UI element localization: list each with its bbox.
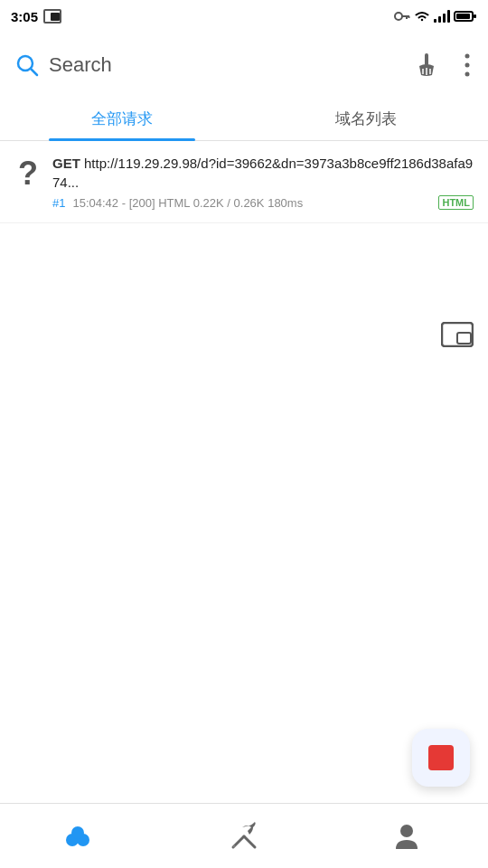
header-search: Search [14, 52, 410, 78]
tab-all-requests[interactable]: 全部请求 [0, 98, 244, 140]
search-icon[interactable] [14, 52, 40, 78]
request-content: GET http://119.29.29.98/d?id=39662&dn=39… [52, 154, 474, 210]
svg-rect-19 [457, 333, 471, 344]
clear-button[interactable] [410, 48, 443, 82]
battery-icon [454, 10, 477, 23]
pip-button[interactable] [441, 322, 474, 347]
svg-line-10 [32, 70, 38, 76]
svg-point-9 [18, 56, 33, 71]
request-unknown-icon: ? [14, 154, 42, 190]
table-row[interactable]: ? GET http://119.29.29.98/d?id=39662&dn=… [0, 141, 488, 223]
more-dots-icon [465, 53, 470, 77]
key-icon [394, 10, 410, 23]
nav-item-profile[interactable] [325, 804, 488, 868]
stop-icon [428, 745, 454, 770]
svg-rect-11 [425, 53, 428, 66]
bottom-nav [0, 803, 488, 868]
svg-point-22 [71, 826, 84, 839]
person-icon [394, 822, 419, 851]
svg-rect-1 [51, 13, 60, 21]
tools-icon [230, 822, 258, 851]
request-meta: #1 15:04:42 - [200] HTML 0.22K / 0.26K 1… [52, 195, 474, 210]
header: Search [0, 33, 488, 98]
more-button[interactable] [461, 50, 474, 80]
search-text[interactable]: Search [49, 53, 112, 77]
pip-icon [441, 322, 474, 347]
svg-point-15 [465, 54, 470, 59]
svg-point-17 [465, 72, 470, 77]
svg-line-24 [244, 836, 255, 847]
broom-icon [414, 52, 439, 79]
svg-rect-7 [456, 14, 470, 19]
request-list: ? GET http://119.29.29.98/d?id=39662&dn=… [0, 141, 488, 223]
svg-point-2 [395, 13, 402, 20]
gallery-icon [43, 9, 61, 24]
nav-item-requests[interactable] [0, 804, 163, 868]
tabs: 全部请求 域名列表 [0, 98, 488, 141]
request-method: GET [52, 156, 84, 171]
request-details: 15:04:42 - [200] HTML 0.22K / 0.26K 180m… [72, 196, 303, 210]
fab-container [412, 729, 470, 787]
signal-icon [434, 10, 450, 23]
status-left: 3:05 [11, 9, 61, 24]
svg-point-16 [465, 63, 470, 68]
wifi-icon [414, 10, 430, 23]
html-badge: HTML [438, 195, 474, 210]
tab-domain-list[interactable]: 域名列表 [244, 98, 488, 140]
svg-point-26 [400, 825, 413, 837]
circles-icon [65, 826, 98, 847]
svg-rect-8 [474, 14, 476, 18]
status-time: 3:05 [11, 9, 38, 24]
request-id: #1 [52, 196, 65, 210]
request-url: GET http://119.29.29.98/d?id=39662&dn=39… [52, 154, 474, 192]
status-bar: 3:05 [0, 0, 488, 33]
nav-item-tools[interactable] [163, 804, 325, 868]
header-actions [410, 48, 474, 82]
stop-recording-button[interactable] [412, 729, 470, 787]
status-icons [394, 10, 477, 23]
